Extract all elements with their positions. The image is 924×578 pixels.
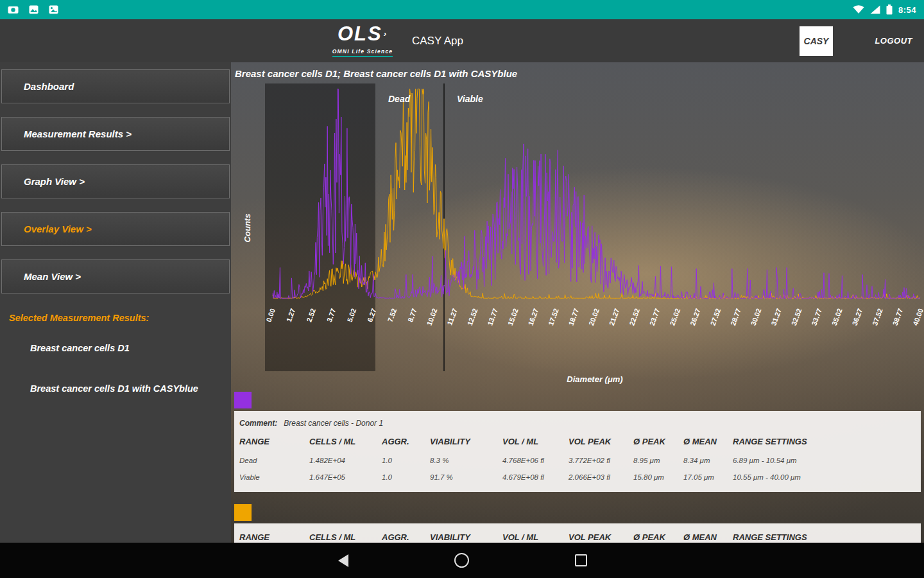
column-header: Ø PEAK — [632, 434, 682, 452]
x-tick-label: 11.27 — [445, 308, 458, 326]
logo-subtitle: OMNI Life Science — [332, 48, 393, 57]
x-tick-label: 26.27 — [689, 308, 702, 327]
main-content: Breast cancer cells D1; Breast cancer ce… — [231, 62, 924, 543]
home-button[interactable] — [454, 553, 469, 568]
table-cell: 17.05 μm — [682, 469, 732, 486]
android-nav-bar — [0, 543, 924, 578]
sidebar: Dashboard Measurement Results > Graph Vi… — [0, 62, 231, 543]
logo-text: OLS — [338, 22, 382, 45]
selected-results-header: Selected Measurement Results: — [9, 313, 149, 323]
gallery-icon — [29, 5, 38, 14]
status-bar: 8:54 — [0, 0, 924, 19]
recents-button[interactable] — [575, 554, 587, 566]
table-cell: 8.95 μm — [632, 452, 682, 469]
result-card-purple: Comment:Breast cancer cells - Donor 1 RA… — [234, 392, 921, 492]
result-table-body: Comment:Breast cancer cells - Donor 1 RA… — [234, 411, 921, 492]
x-tick-label: 7.52 — [386, 308, 398, 323]
x-tick-label: 12.52 — [466, 308, 479, 327]
x-tick-label: 17.52 — [547, 308, 560, 327]
overlay-chart[interactable]: Dead Viable 0.001.272.523.775.026.277.52… — [231, 62, 924, 390]
y-axis-label: Counts — [243, 214, 252, 243]
column-header: CELLS / ML — [308, 530, 381, 543]
app-title: CASY App — [412, 19, 463, 62]
selected-measurement-2[interactable]: Breast cancer cells D1 with CASYblue — [30, 383, 198, 394]
series-swatch — [234, 392, 252, 408]
results-table: RANGECELLS / MLAGGR.VIABILITYVOL / MLVOL… — [238, 530, 917, 543]
screen: 8:54 OLS› OMNI Life Science CASY App CAS… — [0, 0, 924, 578]
column-header: AGGR. — [381, 434, 429, 452]
x-tick-label: 16.27 — [526, 308, 540, 327]
table-cell: 2.066E+03 fl — [567, 469, 632, 486]
table-cell: 3.772E+02 fl — [567, 452, 632, 469]
sidebar-item-mean-view[interactable]: Mean View > — [1, 259, 230, 293]
table-cell: 8.34 μm — [682, 452, 732, 469]
table-cell: 10.55 μm - 40.00 μm — [732, 469, 917, 486]
sidebar-item-dashboard[interactable]: Dashboard — [1, 69, 230, 103]
notification-icons — [8, 5, 58, 14]
comment-label: Comment: — [239, 419, 277, 428]
column-header: VIABILITY — [429, 530, 501, 543]
sidebar-item-overlay-view[interactable]: Overlay View > — [1, 212, 230, 246]
column-header: AGGR. — [381, 530, 429, 543]
table-cell: 15.80 μm — [632, 469, 682, 486]
column-header: RANGE — [238, 434, 308, 452]
x-tick-label: 23.77 — [648, 308, 662, 327]
column-header: VIABILITY — [429, 434, 501, 452]
table-cell: 4.768E+06 fl — [501, 452, 567, 469]
x-tick-label: 27.52 — [709, 308, 723, 327]
table-cell: Dead — [238, 452, 308, 469]
table-cell: 4.679E+08 fl — [501, 469, 567, 486]
column-header: RANGE SETTINGS — [732, 434, 917, 452]
table-cell: 1.0 — [381, 469, 429, 486]
x-tick-label: 21.27 — [608, 308, 621, 327]
camera-icon — [8, 5, 19, 14]
clock: 8:54 — [898, 5, 916, 15]
cellular-signal-icon — [870, 5, 880, 14]
photos-icon — [49, 5, 58, 14]
column-header: VOL PEAK — [567, 530, 632, 543]
x-tick-label: 20.02 — [587, 308, 601, 327]
logout-button[interactable]: LOGOUT — [875, 19, 912, 62]
casy-button[interactable]: CASY — [800, 26, 833, 56]
x-tick-label: 38.77 — [891, 308, 905, 327]
column-header: Ø MEAN — [682, 530, 732, 543]
column-header: VOL / ML — [501, 434, 567, 452]
column-header: Ø PEAK — [632, 530, 682, 543]
column-header: VOL PEAK — [567, 434, 632, 452]
x-tick-label: 28.77 — [729, 308, 742, 327]
x-tick-label: 18.77 — [567, 308, 581, 327]
column-header: CELLS / ML — [308, 434, 381, 452]
x-tick-label: 10.02 — [425, 308, 439, 327]
column-header: RANGE SETTINGS — [732, 530, 917, 543]
sidebar-item-graph-view[interactable]: Graph View > — [1, 164, 230, 198]
back-button[interactable] — [338, 554, 348, 567]
dead-region-label: Dead — [388, 94, 411, 104]
x-tick-label: 22.52 — [628, 308, 641, 327]
table-cell: 1.482E+04 — [308, 452, 381, 469]
x-tick-label: 15.02 — [506, 308, 520, 327]
table-cell: 1.0 — [381, 452, 429, 469]
selected-measurement-1[interactable]: Breast cancer cells D1 — [30, 343, 130, 353]
result-table-body: RANGECELLS / MLAGGR.VIABILITYVOL / MLVOL… — [234, 523, 921, 543]
x-tick-label: 35.02 — [830, 308, 844, 327]
x-tick-label: 30.02 — [749, 308, 763, 327]
wifi-icon — [853, 5, 864, 14]
logo-mark: › — [384, 29, 388, 39]
chart-title: Breast cancer cells D1; Breast cancer ce… — [235, 68, 517, 79]
result-card-yellow: RANGECELLS / MLAGGR.VIABILITYVOL / MLVOL… — [234, 504, 921, 543]
table-cell: Viable — [238, 469, 308, 486]
ols-logo: OLS› OMNI Life Science — [321, 24, 404, 57]
x-tick-label: 40.00 — [911, 308, 924, 327]
x-tick-label: 31.27 — [769, 308, 783, 327]
x-tick-label: 37.52 — [871, 308, 884, 327]
x-tick-label: 25.02 — [668, 308, 681, 327]
sidebar-item-measurement-results[interactable]: Measurement Results > — [1, 117, 230, 151]
app-header: OLS› OMNI Life Science CASY App CASY LOG… — [0, 19, 924, 62]
table-cell: 6.89 μm - 10.54 μm — [732, 452, 917, 469]
x-tick-label: 13.77 — [486, 308, 499, 327]
x-tick-label: 32.52 — [790, 308, 803, 327]
column-header: VOL / ML — [501, 530, 567, 543]
column-header: Ø MEAN — [682, 434, 732, 452]
comment-row: Comment:Breast cancer cells - Donor 1 — [239, 419, 917, 428]
series-swatch — [234, 504, 252, 521]
